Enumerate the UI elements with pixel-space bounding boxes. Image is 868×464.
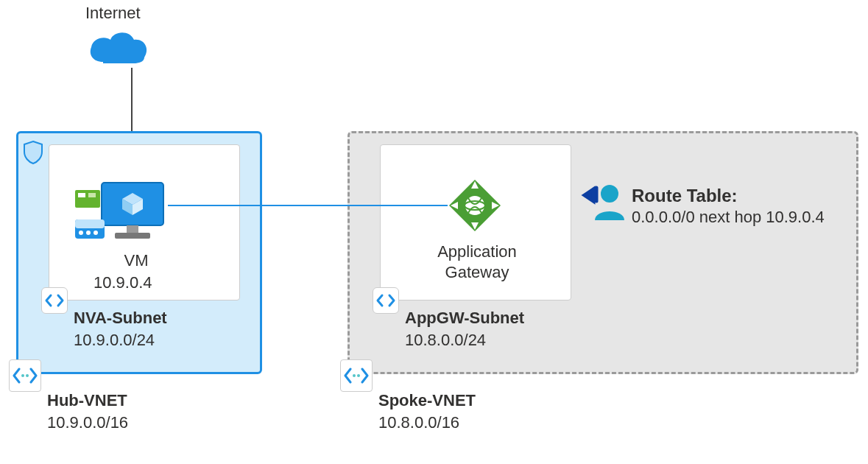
hub-vnet-cidr: 10.9.0.0/16: [47, 412, 128, 434]
hub-subnet-name: NVA-Subnet: [74, 308, 167, 329]
svg-rect-5: [127, 225, 138, 233]
shield-icon: [22, 140, 44, 165]
vm-ip: 10.9.0.4: [93, 273, 152, 294]
svg-rect-7: [75, 190, 100, 208]
svg-point-27: [601, 185, 618, 203]
svg-point-25: [353, 374, 356, 377]
route-table-rule: 0.0.0.0/0 next hop 10.9.0.4: [632, 208, 825, 227]
appgw-label-2: Gateway: [433, 262, 521, 284]
svg-point-13: [86, 231, 91, 235]
svg-point-14: [93, 231, 98, 235]
spoke-subnet-name: AppGW-Subnet: [405, 308, 524, 329]
spoke-vnet-cidr: 10.8.0.0/16: [378, 412, 459, 434]
hub-vnet-icon: [9, 359, 41, 392]
hub-subnet-icon: [41, 287, 68, 314]
svg-point-16: [26, 374, 29, 377]
hub-vnet-name: Hub-VNET: [47, 390, 127, 412]
svg-point-15: [21, 374, 24, 377]
internet-label: Internet: [85, 3, 141, 24]
spoke-subnet-cidr: 10.8.0.0/24: [405, 330, 486, 351]
svg-rect-11: [75, 219, 105, 228]
route-table-title: Route Table:: [632, 184, 738, 207]
svg-point-12: [79, 231, 83, 235]
svg-rect-6: [115, 233, 150, 239]
svg-point-26: [357, 374, 360, 377]
spoke-vnet-icon: [340, 359, 373, 392]
connector-vm-appgw: [168, 205, 448, 206]
app-gateway-icon: [446, 177, 504, 234]
svg-rect-8: [78, 193, 85, 197]
svg-marker-29: [585, 189, 593, 201]
route-table-icon: [580, 179, 627, 226]
vm-icon: [75, 178, 171, 249]
spoke-subnet-icon: [373, 287, 399, 314]
cloud-icon: [85, 27, 152, 71]
svg-rect-9: [88, 193, 96, 197]
hub-subnet-cidr: 10.9.0.0/24: [74, 330, 155, 351]
vm-label: VM: [114, 250, 158, 272]
spoke-vnet-name: Spoke-VNET: [378, 390, 476, 412]
appgw-label-1: Application: [433, 242, 521, 263]
